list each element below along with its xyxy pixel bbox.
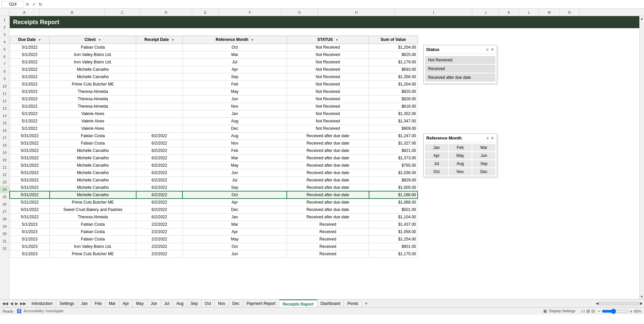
tab-may[interactable]: May [132,300,147,308]
cell-value-5[interactable]: $625.00 [369,51,418,58]
cell-due-date-4[interactable]: 5/1/2022 [10,44,50,51]
month-nov[interactable]: Nov [449,168,472,175]
month-clear-icon[interactable]: ✕ [491,136,494,141]
month-jan[interactable]: Jan [425,144,448,151]
status-filter-icon[interactable]: ≡ [486,47,489,52]
row-num-20[interactable]: 20 [0,156,9,164]
cell-client-5[interactable]: Iron Valley Bistro Ltd. [50,51,136,58]
cell-client-4[interactable]: Fabian Costa [50,44,136,51]
col-header-m[interactable]: M [539,9,559,16]
row-num-31[interactable]: 31 [0,237,9,245]
col-header-a[interactable]: A [9,9,40,16]
col-header-i[interactable]: I [395,9,472,16]
row-num-4[interactable]: 4 [0,38,9,46]
col-header-h[interactable]: H [318,9,395,16]
row-num-9[interactable]: 9 [0,75,9,83]
table-row[interactable]: 5/31/2022 Fabian Costa 6/2/2022 Aug Rece… [10,132,639,140]
row-num-30[interactable]: 30 [0,230,9,237]
col-header-f[interactable]: F [219,9,281,16]
row-num-19[interactable]: 19 [0,149,9,156]
tab-pivots[interactable]: Pivots [344,300,362,308]
display-settings-btn[interactable]: ▦ Display Settings [543,309,576,313]
row-num-7[interactable]: 7 [0,60,9,68]
row-num-8[interactable]: 8 [0,68,9,75]
cell-ref-month-5[interactable]: Mar [182,51,287,58]
row-num-21[interactable]: 21 [0,164,9,171]
col-header-b[interactable]: B [40,9,105,16]
confirm-icon[interactable]: ✓ [32,2,36,7]
month-apr[interactable]: Apr [425,152,448,159]
tab-dashboard[interactable]: Dashboard [317,300,344,308]
month-filter-icon[interactable]: ≡ [486,136,489,141]
hscroll-bar[interactable] [599,302,639,305]
filter-status-icon[interactable]: ▼ [335,38,338,42]
scroll-down-btn[interactable]: ▼ [640,295,644,299]
tab-jul[interactable]: Jul [161,300,173,308]
month-feb[interactable]: Feb [449,144,472,151]
cell-value-4[interactable]: $1,204.00 [369,44,418,51]
zoom-slider[interactable] [602,309,629,314]
header-sum-of-value[interactable]: Sum of Value [369,36,418,44]
row-num-32[interactable]: 32 [0,245,9,252]
header-client[interactable]: Client ▼ [50,36,136,44]
cell-receipt-date-5[interactable] [136,51,183,58]
row-num-22[interactable]: 22 [0,171,9,178]
col-header-l[interactable]: L [519,9,539,16]
row-num-12[interactable]: 12 [0,97,9,105]
formula-input[interactable] [44,2,643,7]
col-header-c[interactable]: C [105,9,140,16]
zoom-out-btn[interactable]: − [598,309,600,314]
row-num-16[interactable]: 16 [0,127,9,134]
row-num-3[interactable]: 3 [0,31,9,38]
status-item-not-received[interactable]: Not Received [425,56,495,64]
row-num-1[interactable]: 1 [0,16,9,23]
month-jun[interactable]: Jun [472,152,495,159]
tab-aug[interactable]: Aug [173,300,187,308]
vertical-scrollbar[interactable]: ▲ ▼ [639,16,644,299]
row-num-10[interactable]: 10 [0,83,9,90]
table-row[interactable]: 5/1/2023 Prime Cuts Butcher ME 2/2/2022 … [10,250,639,258]
row-num-14[interactable]: 14 [0,112,9,119]
filter-ref-month-icon[interactable]: ▼ [251,38,254,42]
row-num-25[interactable]: 25 [0,193,9,201]
tab-apr[interactable]: Apr [119,300,133,308]
cell-due-date-5[interactable]: 5/1/2022 [10,51,50,58]
month-dec[interactable]: Dec [472,168,495,175]
row-num-17[interactable]: 17 [0,134,9,142]
hscroll-left[interactable]: ◀ [596,301,598,306]
tab-jun[interactable]: Jun [147,300,161,308]
tab-mar[interactable]: Mar [105,300,119,308]
tab-settings[interactable]: Settings [56,300,78,308]
tab-payment-report[interactable]: Payment Report [243,300,279,308]
col-header-d[interactable]: D [140,9,192,16]
normal-view-icon[interactable]: ▭ [581,309,585,314]
tab-sep[interactable]: Sep [187,300,201,308]
tab-oct[interactable]: Oct [202,300,215,308]
cell-ref-month-4[interactable]: Oct [182,44,287,51]
fx-icon[interactable]: fx [39,2,42,7]
status-item-received[interactable]: Received [425,65,495,73]
month-may[interactable]: May [449,152,472,159]
row-num-27[interactable]: 27 [0,208,9,215]
row-num-26[interactable]: 26 [0,201,9,208]
tab-jan[interactable]: Jan [78,300,91,308]
row-num-15[interactable]: 15 [0,119,9,127]
tab-feb[interactable]: Feb [91,300,105,308]
col-header-j[interactable]: J [472,9,499,16]
tab-receipts-report[interactable]: Receipts Report [279,300,317,308]
cell-receipt-date-4[interactable] [136,44,183,51]
page-break-icon[interactable]: ⊟ [591,309,595,314]
month-oct[interactable]: Oct [425,168,448,175]
col-header-e[interactable]: E [192,9,219,16]
cell-reference-box[interactable] [1,1,24,8]
col-header-n[interactable]: N [559,9,580,16]
row-num-24[interactable]: 24 [0,186,9,193]
filter-receipt-date-icon[interactable]: ▼ [171,38,174,42]
status-clear-icon[interactable]: ✕ [491,47,494,52]
tab-nav-last[interactable]: ▶▶ [19,301,27,306]
tab-introduction[interactable]: Introduction [28,300,56,308]
row-num-23[interactable]: 23 [0,178,9,186]
scroll-up-btn[interactable]: ▲ [640,17,644,20]
month-jul[interactable]: Jul [425,160,448,167]
page-layout-icon[interactable]: ⊞ [586,309,590,314]
